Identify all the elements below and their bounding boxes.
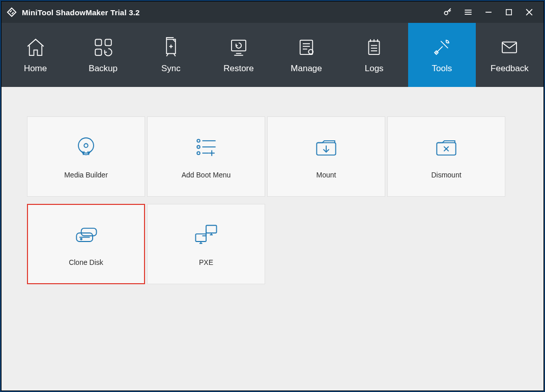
tool-mount[interactable]: Mount [267,116,385,197]
svg-rect-45 [81,228,97,236]
tool-media-builder[interactable]: Media Builder [27,116,145,197]
manage-icon [295,36,318,58]
tools-grid: Media Builder Add Boot Menu [27,116,518,291]
add-boot-menu-icon [191,134,221,160]
svg-rect-9 [105,39,111,45]
svg-rect-8 [95,39,101,45]
mount-icon [311,134,341,160]
maximize-button[interactable] [499,2,519,23]
svg-rect-11 [232,40,246,51]
svg-rect-5 [506,10,512,15]
tool-label: PXE [199,258,213,266]
nav-label: Backup [89,64,118,74]
nav-label: Logs [365,64,384,74]
nav-tools[interactable]: Tools [408,23,476,87]
close-button[interactable] [519,2,539,23]
title-bar: MiniTool ShadowMaker Trial 3.2 [2,2,543,23]
minimize-button[interactable] [478,2,499,23]
svg-point-44 [80,238,82,240]
svg-point-0 [444,11,448,15]
svg-rect-46 [206,225,217,233]
home-icon [24,36,47,58]
nav-backup[interactable]: Backup [69,23,137,87]
nav-label: Home [24,64,47,74]
nav-feedback[interactable]: Feedback [476,23,543,87]
backup-icon [92,36,114,58]
nav-label: Manage [291,64,322,74]
app-logo-icon [6,6,18,18]
tool-label: Dismount [431,171,461,179]
main-nav: Home Backup Sync [2,23,543,87]
tools-panel: Media Builder Add Boot Menu [2,87,543,390]
nav-home[interactable]: Home [2,23,69,87]
tool-pxe[interactable]: PXE [147,204,265,284]
nav-restore[interactable]: Restore [205,23,272,87]
menu-button[interactable] [458,2,478,23]
key-button[interactable] [438,2,458,23]
nav-label: Feedback [491,64,529,74]
nav-sync[interactable]: Sync [137,23,205,87]
tool-label: Add Boot Menu [182,171,231,179]
pxe-icon [191,222,221,247]
clone-disk-icon [71,222,101,247]
svg-point-28 [84,143,88,147]
logs-icon [363,36,385,58]
svg-point-29 [197,139,200,142]
tools-icon [431,36,453,58]
nav-label: Restore [223,64,254,74]
tool-clone-disk[interactable]: Clone Disk [27,204,145,284]
svg-point-31 [197,145,200,148]
nav-manage[interactable]: Manage [273,23,340,87]
nav-label: Sync [161,64,181,74]
tool-dismount[interactable]: Dismount [387,116,505,197]
tool-label: Clone Disk [69,258,103,266]
svg-rect-14 [300,40,313,54]
restore-icon [227,36,250,58]
dismount-icon [432,134,461,160]
media-builder-icon [71,134,101,160]
tool-label: Mount [317,171,336,179]
nav-logs[interactable]: Logs [340,23,408,87]
svg-point-33 [197,152,200,155]
tool-add-boot-menu[interactable]: Add Boot Menu [147,116,265,197]
tool-label: Media Builder [64,171,108,179]
sync-icon [160,36,182,58]
svg-rect-10 [95,49,101,55]
svg-rect-26 [502,42,517,53]
svg-point-27 [78,138,94,153]
nav-label: Tools [432,64,452,74]
app-window: MiniTool ShadowMaker Trial 3.2 [1,1,544,391]
feedback-icon [498,36,521,58]
svg-rect-49 [195,234,206,242]
app-title: MiniTool ShadowMaker Trial 3.2 [22,8,140,17]
